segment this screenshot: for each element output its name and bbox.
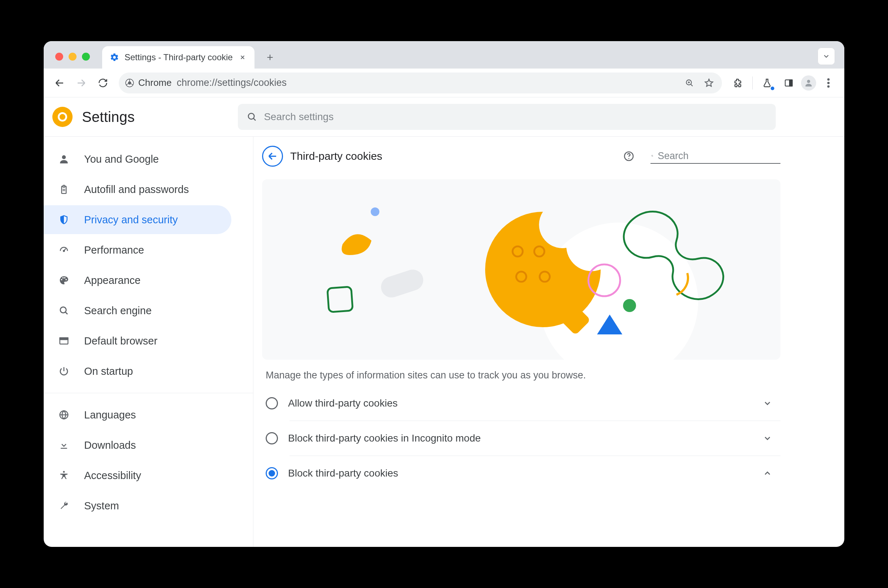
search-settings-field[interactable] xyxy=(238,104,776,130)
side-panel-button[interactable] xyxy=(779,74,798,92)
svg-rect-11 xyxy=(62,189,65,190)
sidebar-item-appearance[interactable]: Appearance xyxy=(44,266,253,295)
address-bar[interactable]: Chrome chrome://settings/cookies xyxy=(119,72,722,93)
chrome-icon xyxy=(125,78,135,88)
tab-strip: Settings - Third-party cookie xyxy=(44,41,844,69)
chevron-down-icon[interactable] xyxy=(761,397,774,410)
svg-point-18 xyxy=(63,471,65,473)
sidebar-divider xyxy=(44,393,253,393)
sidebar-item-languages[interactable]: Languages xyxy=(44,400,253,429)
app-title: Settings xyxy=(82,109,135,125)
extensions-button[interactable] xyxy=(729,74,747,92)
site-chip-label: Chrome xyxy=(138,77,171,88)
page-header: Third-party cookies xyxy=(262,137,780,176)
profile-button[interactable] xyxy=(801,75,816,90)
reload-button[interactable] xyxy=(93,74,112,92)
sidebar-item-system[interactable]: System xyxy=(44,491,253,520)
chevron-up-icon[interactable] xyxy=(761,467,774,480)
search-settings-input[interactable] xyxy=(264,111,767,123)
search-icon xyxy=(246,111,257,122)
svg-point-13 xyxy=(63,250,64,251)
zoom-icon[interactable] xyxy=(682,76,697,90)
search-icon xyxy=(57,304,71,317)
sidebar-item-label: Languages xyxy=(84,409,136,421)
forward-button[interactable] xyxy=(72,74,91,92)
sidebar-item-downloads[interactable]: Downloads xyxy=(44,431,253,460)
option-label: Allow third-party cookies xyxy=(288,398,751,409)
sidebar-item-you-and-google[interactable]: You and Google xyxy=(44,145,253,174)
svg-point-10 xyxy=(62,155,66,159)
option-block-incognito[interactable]: Block third-party cookies in Incognito m… xyxy=(262,421,780,456)
sidebar-item-label: You and Google xyxy=(84,153,159,165)
chrome-logo xyxy=(53,107,72,127)
shield-icon xyxy=(57,213,71,226)
url-text: chrome://settings/cookies xyxy=(177,77,287,88)
sidebar-item-label: Accessibility xyxy=(84,470,141,482)
sidebar-item-label: Performance xyxy=(84,244,144,256)
person-icon xyxy=(57,153,71,166)
page-back-button[interactable] xyxy=(262,146,283,166)
palette-icon xyxy=(57,274,71,287)
settings-sidebar: You and Google Autofill and passwords Pr… xyxy=(44,137,253,547)
sidebar-item-label: Appearance xyxy=(84,274,140,286)
minimize-window-button[interactable] xyxy=(69,52,77,61)
maximize-window-button[interactable] xyxy=(82,52,90,61)
radio-icon xyxy=(266,432,278,444)
intro-text: Manage the types of information sites ca… xyxy=(262,360,780,386)
settings-main: Third-party cookies xyxy=(253,137,844,547)
help-button[interactable] xyxy=(622,149,636,164)
new-tab-button[interactable] xyxy=(261,48,279,66)
svg-point-5 xyxy=(807,80,810,83)
clipboard-icon xyxy=(57,183,71,196)
svg-point-20 xyxy=(628,158,630,159)
close-tab-button[interactable] xyxy=(238,52,247,62)
chevron-down-icon[interactable] xyxy=(761,432,774,445)
sidebar-item-label: Privacy and security xyxy=(84,214,178,226)
back-button[interactable] xyxy=(50,74,69,92)
browser-window: Settings - Third-party cookie xyxy=(44,41,844,547)
browser-tab[interactable]: Settings - Third-party cookie xyxy=(102,46,254,69)
svg-point-8 xyxy=(827,85,830,88)
search-icon xyxy=(651,151,654,160)
close-window-button[interactable] xyxy=(55,52,63,61)
sidebar-item-privacy[interactable]: Privacy and security xyxy=(44,205,231,234)
svg-point-14 xyxy=(60,307,66,313)
sidebar-item-autofill[interactable]: Autofill and passwords xyxy=(44,175,253,204)
option-label: Block third-party cookies xyxy=(288,468,751,479)
page-title: Third-party cookies xyxy=(290,150,615,162)
download-icon xyxy=(57,439,71,452)
tab-title: Settings - Third-party cookie xyxy=(125,52,233,62)
site-chip[interactable]: Chrome xyxy=(125,77,171,88)
tabs-dropdown-button[interactable] xyxy=(817,48,835,65)
svg-point-28 xyxy=(623,299,636,312)
bookmark-button[interactable] xyxy=(702,76,716,90)
sidebar-item-accessibility[interactable]: Accessibility xyxy=(44,461,253,490)
sidebar-item-label: Autofill and passwords xyxy=(84,184,189,195)
page-search-input[interactable] xyxy=(658,150,780,162)
svg-rect-32 xyxy=(378,267,426,300)
svg-point-9 xyxy=(248,113,254,119)
svg-point-21 xyxy=(652,155,653,156)
cookie-options: Allow third-party cookies Block third-pa… xyxy=(262,386,780,490)
radio-icon xyxy=(266,397,278,410)
sidebar-item-default-browser[interactable]: Default browser xyxy=(44,327,253,356)
gear-icon xyxy=(110,52,119,62)
settings-body: You and Google Autofill and passwords Pr… xyxy=(44,136,844,547)
labs-button[interactable] xyxy=(758,74,777,92)
option-allow-third-party[interactable]: Allow third-party cookies xyxy=(262,386,780,421)
browser-toolbar: Chrome chrome://settings/cookies xyxy=(44,69,844,98)
option-block-third-party[interactable]: Block third-party cookies xyxy=(262,456,780,490)
menu-button[interactable] xyxy=(819,74,838,92)
power-icon xyxy=(57,365,71,378)
sidebar-item-label: Downloads xyxy=(84,440,136,451)
speedometer-icon xyxy=(57,243,71,256)
page-search-field[interactable] xyxy=(651,149,780,164)
sidebar-item-performance[interactable]: Performance xyxy=(44,236,253,264)
accessibility-icon xyxy=(57,469,71,482)
svg-rect-16 xyxy=(60,338,68,339)
settings-header: Settings xyxy=(44,98,844,136)
svg-rect-4 xyxy=(789,80,792,86)
sidebar-item-on-startup[interactable]: On startup xyxy=(44,357,253,386)
sidebar-item-search-engine[interactable]: Search engine xyxy=(44,296,253,325)
svg-rect-31 xyxy=(328,287,353,312)
